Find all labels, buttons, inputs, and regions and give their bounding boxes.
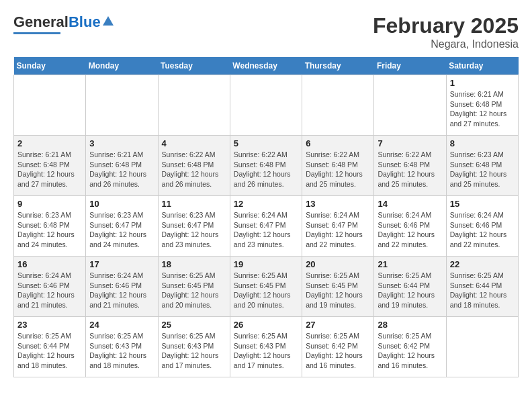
day-number: 6	[306, 138, 370, 148]
calendar-cell	[14, 75, 86, 136]
calendar-cell	[302, 75, 374, 136]
day-detail: Sunrise: 6:25 AM Sunset: 6:45 PM Dayligh…	[162, 271, 226, 310]
calendar-cell: 6Sunrise: 6:22 AM Sunset: 6:48 PM Daylig…	[302, 136, 374, 196]
day-number: 28	[378, 320, 442, 330]
calendar-cell: 10Sunrise: 6:23 AM Sunset: 6:47 PM Dayli…	[86, 196, 158, 257]
calendar-cell: 18Sunrise: 6:25 AM Sunset: 6:45 PM Dayli…	[158, 257, 230, 317]
calendar-cell: 12Sunrise: 6:24 AM Sunset: 6:47 PM Dayli…	[230, 196, 302, 257]
logo: GeneralBlue	[13, 13, 114, 34]
day-detail: Sunrise: 6:21 AM Sunset: 6:48 PM Dayligh…	[89, 150, 154, 189]
day-number: 21	[378, 259, 442, 269]
calendar-cell: 27Sunrise: 6:25 AM Sunset: 6:42 PM Dayli…	[302, 317, 374, 377]
header-tuesday: Tuesday	[158, 57, 230, 75]
calendar-cell: 3Sunrise: 6:21 AM Sunset: 6:48 PM Daylig…	[86, 136, 158, 196]
calendar-cell	[374, 75, 446, 136]
day-detail: Sunrise: 6:25 AM Sunset: 6:43 PM Dayligh…	[89, 331, 154, 371]
calendar-cell: 8Sunrise: 6:23 AM Sunset: 6:48 PM Daylig…	[446, 136, 518, 196]
day-number: 3	[89, 138, 154, 148]
day-detail: Sunrise: 6:25 AM Sunset: 6:45 PM Dayligh…	[306, 271, 370, 310]
day-detail: Sunrise: 6:24 AM Sunset: 6:46 PM Dayligh…	[378, 210, 442, 250]
day-detail: Sunrise: 6:24 AM Sunset: 6:46 PM Dayligh…	[17, 271, 82, 310]
day-number: 10	[89, 199, 154, 209]
day-number: 23	[17, 320, 82, 330]
week-row-1: 1Sunrise: 6:21 AM Sunset: 6:48 PM Daylig…	[14, 75, 519, 136]
day-detail: Sunrise: 6:25 AM Sunset: 6:42 PM Dayligh…	[306, 331, 370, 371]
day-detail: Sunrise: 6:23 AM Sunset: 6:48 PM Dayligh…	[450, 150, 515, 189]
day-number: 15	[450, 199, 515, 209]
day-detail: Sunrise: 6:22 AM Sunset: 6:48 PM Dayligh…	[162, 150, 226, 189]
day-detail: Sunrise: 6:23 AM Sunset: 6:47 PM Dayligh…	[89, 210, 154, 250]
day-detail: Sunrise: 6:22 AM Sunset: 6:48 PM Dayligh…	[378, 150, 442, 189]
day-detail: Sunrise: 6:24 AM Sunset: 6:47 PM Dayligh…	[234, 210, 298, 250]
week-row-5: 23Sunrise: 6:25 AM Sunset: 6:44 PM Dayli…	[14, 317, 519, 377]
calendar-cell: 2Sunrise: 6:21 AM Sunset: 6:48 PM Daylig…	[14, 136, 86, 196]
calendar-cell: 26Sunrise: 6:25 AM Sunset: 6:43 PM Dayli…	[230, 317, 302, 377]
day-detail: Sunrise: 6:24 AM Sunset: 6:46 PM Dayligh…	[450, 210, 515, 250]
logo-underline	[13, 32, 60, 34]
calendar-cell	[158, 75, 230, 136]
day-number: 27	[306, 320, 370, 330]
calendar-body: 1Sunrise: 6:21 AM Sunset: 6:48 PM Daylig…	[14, 75, 519, 377]
calendar-cell: 19Sunrise: 6:25 AM Sunset: 6:45 PM Dayli…	[230, 257, 302, 317]
day-detail: Sunrise: 6:25 AM Sunset: 6:43 PM Dayligh…	[162, 331, 226, 371]
day-detail: Sunrise: 6:21 AM Sunset: 6:48 PM Dayligh…	[17, 150, 82, 189]
day-number: 24	[89, 320, 154, 330]
calendar-cell: 16Sunrise: 6:24 AM Sunset: 6:46 PM Dayli…	[14, 257, 86, 317]
day-number: 16	[17, 259, 82, 269]
logo-text: GeneralBlue	[13, 13, 101, 31]
day-number: 11	[162, 199, 226, 209]
title-block: February 2025 Negara, Indonesia	[373, 13, 519, 50]
calendar-cell: 17Sunrise: 6:24 AM Sunset: 6:46 PM Dayli…	[86, 257, 158, 317]
day-number: 1	[450, 78, 515, 88]
day-number: 8	[450, 138, 515, 148]
day-detail: Sunrise: 6:23 AM Sunset: 6:47 PM Dayligh…	[162, 210, 226, 250]
day-detail: Sunrise: 6:25 AM Sunset: 6:44 PM Dayligh…	[450, 271, 515, 310]
calendar-cell: 7Sunrise: 6:22 AM Sunset: 6:48 PM Daylig…	[374, 136, 446, 196]
day-detail: Sunrise: 6:22 AM Sunset: 6:48 PM Dayligh…	[234, 150, 298, 189]
day-detail: Sunrise: 6:24 AM Sunset: 6:47 PM Dayligh…	[306, 210, 370, 250]
calendar-cell: 5Sunrise: 6:22 AM Sunset: 6:48 PM Daylig…	[230, 136, 302, 196]
day-detail: Sunrise: 6:22 AM Sunset: 6:48 PM Dayligh…	[306, 150, 370, 189]
day-detail: Sunrise: 6:25 AM Sunset: 6:44 PM Dayligh…	[17, 331, 82, 371]
day-detail: Sunrise: 6:25 AM Sunset: 6:42 PM Dayligh…	[378, 331, 442, 371]
calendar-title: February 2025	[373, 13, 519, 38]
day-number: 4	[162, 138, 226, 148]
calendar-cell	[230, 75, 302, 136]
week-row-4: 16Sunrise: 6:24 AM Sunset: 6:46 PM Dayli…	[14, 257, 519, 317]
day-detail: Sunrise: 6:24 AM Sunset: 6:46 PM Dayligh…	[89, 271, 154, 310]
logo-icon	[102, 15, 114, 27]
calendar-cell: 9Sunrise: 6:23 AM Sunset: 6:48 PM Daylig…	[14, 196, 86, 257]
header-saturday: Saturday	[446, 57, 518, 75]
calendar-cell: 21Sunrise: 6:25 AM Sunset: 6:44 PM Dayli…	[374, 257, 446, 317]
day-detail: Sunrise: 6:23 AM Sunset: 6:48 PM Dayligh…	[17, 210, 82, 250]
day-number: 14	[378, 199, 442, 209]
day-number: 22	[450, 259, 515, 269]
calendar-cell: 20Sunrise: 6:25 AM Sunset: 6:45 PM Dayli…	[302, 257, 374, 317]
day-number: 5	[234, 138, 298, 148]
calendar-cell: 14Sunrise: 6:24 AM Sunset: 6:46 PM Dayli…	[374, 196, 446, 257]
page-header: GeneralBlue February 2025 Negara, Indone…	[13, 13, 519, 50]
header-friday: Friday	[374, 57, 446, 75]
day-number: 25	[162, 320, 226, 330]
calendar-cell: 24Sunrise: 6:25 AM Sunset: 6:43 PM Dayli…	[86, 317, 158, 377]
day-detail: Sunrise: 6:25 AM Sunset: 6:44 PM Dayligh…	[378, 271, 442, 310]
header-wednesday: Wednesday	[230, 57, 302, 75]
week-row-2: 2Sunrise: 6:21 AM Sunset: 6:48 PM Daylig…	[14, 136, 519, 196]
header-monday: Monday	[86, 57, 158, 75]
day-number: 17	[89, 259, 154, 269]
day-number: 26	[234, 320, 298, 330]
day-number: 12	[234, 199, 298, 209]
day-detail: Sunrise: 6:25 AM Sunset: 6:43 PM Dayligh…	[234, 331, 298, 371]
calendar-subtitle: Negara, Indonesia	[373, 38, 519, 50]
calendar-cell: 13Sunrise: 6:24 AM Sunset: 6:47 PM Dayli…	[302, 196, 374, 257]
week-row-3: 9Sunrise: 6:23 AM Sunset: 6:48 PM Daylig…	[14, 196, 519, 257]
day-number: 18	[162, 259, 226, 269]
calendar-cell: 11Sunrise: 6:23 AM Sunset: 6:47 PM Dayli…	[158, 196, 230, 257]
calendar-header-row: SundayMondayTuesdayWednesdayThursdayFrid…	[14, 57, 519, 75]
header-sunday: Sunday	[14, 57, 86, 75]
day-number: 2	[17, 138, 82, 148]
day-number: 19	[234, 259, 298, 269]
header-thursday: Thursday	[302, 57, 374, 75]
calendar-cell: 23Sunrise: 6:25 AM Sunset: 6:44 PM Dayli…	[14, 317, 86, 377]
day-number: 13	[306, 199, 370, 209]
